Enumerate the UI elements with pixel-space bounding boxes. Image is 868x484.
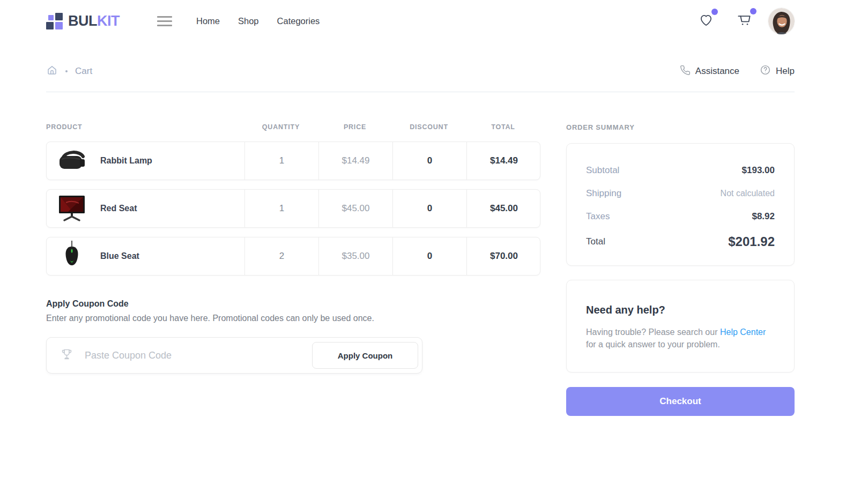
col-header-product: PRODUCT: [46, 123, 244, 131]
cart-icon: [736, 20, 752, 29]
sub-header-actions: Assistance Help: [680, 64, 795, 78]
price-value: $45.00: [318, 190, 392, 227]
quantity-value: 2: [244, 237, 318, 275]
coupon-subtitle: Enter any promotional code you have here…: [46, 314, 540, 323]
grand-total-value: $201.92: [728, 234, 775, 249]
subtotal-label: Subtotal: [586, 165, 619, 176]
nav-item-categories[interactable]: Categories: [268, 11, 329, 32]
cart-badge: [750, 8, 756, 14]
total-value: $70.00: [466, 237, 541, 275]
summary-row-taxes: Taxes $8.92: [586, 211, 775, 222]
coupon-title: Apply Coupon Code: [46, 299, 540, 309]
breadcrumb-separator: [65, 70, 68, 72]
coupon-section: Apply Coupon Code Enter any promotional …: [46, 299, 540, 374]
help-label: Help: [776, 66, 795, 77]
help-center-link[interactable]: Help Center: [720, 327, 766, 337]
product-name: Rabbit Lamp: [100, 156, 152, 166]
cart-row-blue-seat[interactable]: Blue Seat 2 $35.00 0 $70.00: [46, 237, 540, 275]
shipping-value: Not calculated: [721, 189, 775, 198]
price-value: $14.49: [318, 142, 392, 180]
sub-header: Cart Assistance Help: [46, 64, 795, 78]
phone-icon: [680, 65, 691, 78]
brand-name: BULKIT: [68, 13, 120, 29]
checkout-button[interactable]: Checkout: [566, 387, 795, 416]
help-card-title: Need any help?: [586, 304, 775, 316]
discount-value: 0: [392, 237, 466, 275]
col-header-quantity: QUANTITY: [244, 123, 318, 131]
quantity-value: 1: [244, 142, 318, 180]
price-value: $35.00: [318, 237, 392, 275]
help-text-before: Having trouble? Please search our: [586, 327, 720, 337]
help-link[interactable]: Help: [760, 64, 795, 78]
question-circle-icon: [760, 64, 771, 78]
cart-table-header: PRODUCT QUANTITY PRICE DISCOUNT TOTAL: [46, 123, 540, 131]
shipping-label: Shipping: [586, 188, 621, 199]
help-card: Need any help? Having trouble? Please se…: [566, 280, 795, 373]
discount-value: 0: [392, 142, 466, 180]
monitor-product-image: [55, 192, 88, 225]
total-label: Total: [586, 236, 605, 247]
cart-row-rabbit-lamp[interactable]: Rabbit Lamp 1 $14.49 0 $14.49: [46, 142, 540, 180]
wishlist-button[interactable]: [699, 12, 714, 29]
col-header-total: TOTAL: [466, 123, 540, 131]
total-value: $14.49: [466, 142, 541, 180]
taxes-label: Taxes: [586, 211, 610, 222]
header: BULKIT Home Shop Categories: [46, 0, 795, 42]
wishlist-badge: [711, 9, 718, 15]
gaming-mouse-product-image: [55, 240, 88, 273]
summary-row-subtotal: Subtotal $193.00: [586, 165, 775, 176]
nav-item-home[interactable]: Home: [187, 11, 229, 32]
section-divider: [46, 92, 795, 92]
summary-row-shipping: Shipping Not calculated: [586, 188, 775, 199]
cart-button[interactable]: [736, 12, 752, 30]
assistance-label: Assistance: [695, 66, 739, 77]
logo-square: [46, 22, 54, 29]
product-name: Red Seat: [100, 204, 137, 213]
subtotal-value: $193.00: [742, 165, 775, 176]
brand-logo[interactable]: BULKIT: [46, 13, 120, 29]
breadcrumb: Cart: [46, 64, 92, 78]
order-summary-card: Subtotal $193.00 Shipping Not calculated…: [566, 143, 795, 266]
taxes-value: $8.92: [752, 211, 775, 222]
user-avatar[interactable]: [768, 8, 795, 34]
col-header-discount: DISCOUNT: [392, 123, 466, 131]
cart-row-red-seat[interactable]: Red Seat 1 $45.00 0 $45.00: [46, 189, 540, 228]
discount-value: 0: [392, 190, 466, 227]
nav-item-shop[interactable]: Shop: [229, 11, 268, 32]
product-name: Blue Seat: [100, 251, 139, 261]
total-value: $45.00: [466, 190, 541, 227]
vr-headset-product-image: [55, 144, 88, 177]
brand-logo-icon: [46, 13, 63, 29]
hamburger-menu-icon[interactable]: [155, 14, 174, 28]
breadcrumb-current[interactable]: Cart: [75, 66, 92, 77]
help-text-after: for a quick answer to your problem.: [586, 340, 720, 349]
main-nav: Home Shop Categories: [187, 11, 329, 32]
logo-square: [48, 15, 54, 20]
home-icon[interactable]: [46, 64, 58, 78]
assistance-link[interactable]: Assistance: [680, 65, 739, 78]
header-right: [676, 8, 795, 34]
apply-coupon-button[interactable]: Apply Coupon: [312, 342, 418, 369]
logo-square: [55, 13, 63, 20]
trophy-icon: [60, 347, 74, 364]
quantity-value: 1: [244, 190, 318, 227]
summary-row-total: Total $201.92: [586, 234, 775, 249]
logo-square: [55, 22, 63, 29]
heart-icon: [699, 20, 714, 29]
order-summary-label: ORDER SUMMARY: [566, 123, 795, 131]
col-header-price: PRICE: [318, 123, 392, 131]
help-card-text: Having trouble? Please search our Help C…: [586, 326, 775, 351]
coupon-code-input[interactable]: [85, 350, 312, 361]
coupon-input-box: Apply Coupon: [46, 337, 422, 374]
